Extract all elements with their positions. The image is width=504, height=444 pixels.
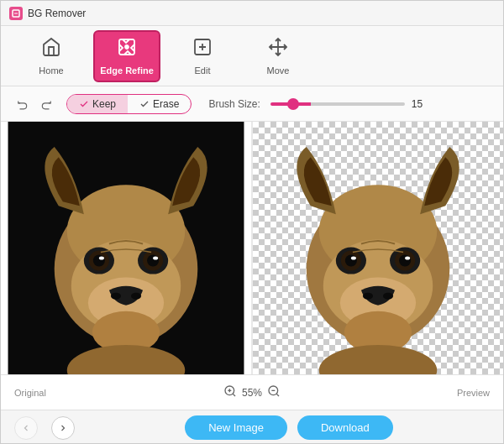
- brush-slider-container: 15: [270, 98, 491, 110]
- zoom-out-icon[interactable]: [267, 384, 281, 400]
- home-icon: [41, 37, 61, 62]
- original-panel: [1, 122, 251, 374]
- undo-redo-group: [13, 94, 56, 114]
- download-button[interactable]: Download: [297, 415, 393, 440]
- controls-bar: Keep Erase Brush Size: 15: [1, 86, 503, 122]
- toolbar-item-home[interactable]: Home: [18, 30, 85, 82]
- edit-icon: [192, 37, 213, 62]
- toolbar-item-edit[interactable]: Edit: [169, 30, 236, 82]
- svg-line-40: [233, 394, 235, 396]
- app-icon: [9, 7, 23, 20]
- prev-button[interactable]: [14, 416, 38, 440]
- toolbar: Home Edge Refine Edit Move: [1, 26, 503, 86]
- preview-label: Preview: [281, 388, 490, 398]
- svg-point-32: [351, 257, 356, 260]
- svg-point-11: [131, 293, 141, 300]
- erase-button[interactable]: Erase: [128, 95, 191, 113]
- preview-image-content[interactable]: [253, 122, 503, 374]
- svg-point-28: [383, 293, 393, 300]
- undo-button[interactable]: [13, 94, 33, 114]
- preview-bg: [253, 122, 503, 374]
- svg-point-31: [345, 255, 357, 267]
- svg-point-10: [111, 293, 121, 300]
- brush-size-label: Brush Size:: [208, 98, 260, 110]
- zoom-in-icon[interactable]: [223, 384, 237, 400]
- zoom-controls: 55%: [223, 384, 281, 400]
- svg-line-44: [276, 394, 279, 396]
- keep-erase-group: Keep Erase: [66, 94, 192, 114]
- svg-point-18: [147, 255, 159, 267]
- brush-value: 15: [412, 98, 428, 110]
- redo-button[interactable]: [36, 94, 56, 114]
- brush-size-slider[interactable]: [270, 102, 405, 106]
- toolbar-item-edge-refine[interactable]: Edge Refine: [93, 30, 160, 82]
- move-icon: [268, 37, 288, 62]
- next-button[interactable]: [51, 416, 75, 440]
- original-image-content[interactable]: [1, 122, 251, 374]
- svg-point-15: [99, 257, 104, 260]
- svg-point-27: [363, 293, 373, 300]
- move-label: Move: [267, 65, 290, 76]
- preview-panel: [253, 122, 503, 374]
- keep-button[interactable]: Keep: [67, 95, 128, 113]
- svg-point-36: [405, 257, 410, 260]
- app-title: BG Remover: [28, 8, 86, 19]
- original-label: Original: [14, 388, 223, 398]
- action-buttons: New Image Download: [185, 415, 393, 440]
- title-bar: BG Remover: [1, 1, 503, 26]
- edge-refine-icon: [117, 37, 137, 62]
- new-image-button[interactable]: New Image: [185, 415, 287, 440]
- status-bar: Original 55% Preview: [1, 374, 503, 410]
- svg-point-19: [153, 257, 158, 260]
- svg-point-35: [399, 255, 411, 267]
- home-label: Home: [39, 65, 63, 76]
- zoom-level: 55%: [242, 387, 262, 399]
- edit-label: Edit: [195, 65, 211, 76]
- preview-dog-image: [253, 122, 503, 374]
- action-bar: New Image Download: [1, 410, 503, 444]
- main-content: [1, 122, 503, 374]
- original-dog-image: [1, 122, 251, 374]
- toolbar-item-move[interactable]: Move: [244, 30, 312, 82]
- svg-point-3: [125, 45, 129, 49]
- svg-point-14: [93, 255, 105, 267]
- edge-refine-label: Edge Refine: [100, 65, 154, 76]
